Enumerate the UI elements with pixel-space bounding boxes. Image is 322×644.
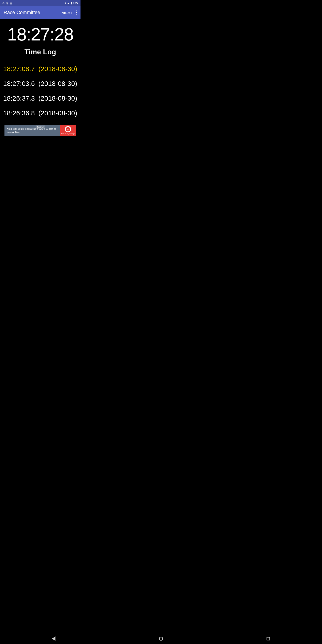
log-entries: 18:27:08.7 (2018-08-30) 18:27:03.6 (2018…	[2, 62, 78, 120]
clock-display: 18:27:28	[7, 26, 73, 44]
log-time-2: 18:26:37.3	[3, 94, 35, 102]
log-entry-0: 18:27:08.7 (2018-08-30)	[2, 62, 78, 76]
more-options-icon[interactable]	[76, 10, 77, 14]
nav-spacer	[0, 138, 80, 152]
wifi-icon: ▾	[64, 2, 66, 5]
ad-banner[interactable]: Test Ad Nice job! You're displaying a 32…	[4, 125, 76, 136]
status-bar-right: ▾ ▲ ▮ 6:27	[64, 2, 78, 5]
admob-logo-circle: a	[65, 126, 71, 132]
log-entry-2: 18:26:37.3 (2018-08-30)	[2, 91, 78, 106]
log-time-1: 18:27:03.6	[3, 80, 35, 88]
log-time-3: 18:26:36.8	[3, 109, 35, 117]
log-date-0: (2018-08-30)	[38, 65, 77, 73]
sync-icon: ◎	[6, 2, 8, 5]
status-bar: ⚙ ◎ ▤ ▾ ▲ ▮ 6:27	[0, 0, 80, 6]
main-content: 18:27:28 Time Log 18:27:08.7 (2018-08-30…	[0, 19, 80, 138]
app-bar-actions: NIGHT	[62, 10, 77, 14]
night-button[interactable]: NIGHT	[62, 11, 72, 14]
battery-icon: ▮	[70, 2, 72, 5]
log-entry-3: 18:26:36.8 (2018-08-30)	[2, 106, 78, 120]
status-time: 6:27	[73, 2, 78, 5]
log-date-1: (2018-08-30)	[38, 80, 77, 88]
log-time-0: 18:27:08.7	[3, 65, 35, 73]
time-log-label: Time Log	[24, 48, 56, 56]
admob-logo-inner: a	[66, 127, 70, 132]
ad-label: Test Ad	[36, 126, 45, 129]
log-date-3: (2018-08-30)	[38, 109, 77, 117]
log-entry-1: 18:27:03.6 (2018-08-30)	[2, 76, 78, 91]
settings-icon: ⚙	[2, 2, 5, 5]
signal-icon: ▲	[67, 2, 70, 5]
status-bar-left: ⚙ ◎ ▤	[2, 2, 12, 5]
ad-logo-section: a AdMob by Google	[60, 125, 76, 136]
ad-text-section: Test Ad Nice job! You're displaying a 32…	[4, 126, 60, 136]
app-bar: Race Committee NIGHT	[0, 6, 80, 19]
admob-logo-text: AdMob by Google	[61, 133, 75, 135]
clipboard-icon: ▤	[10, 2, 12, 5]
app-title: Race Committee	[4, 10, 40, 16]
log-date-2: (2018-08-30)	[38, 94, 77, 102]
ad-text-bold: Nice job!	[7, 128, 17, 130]
